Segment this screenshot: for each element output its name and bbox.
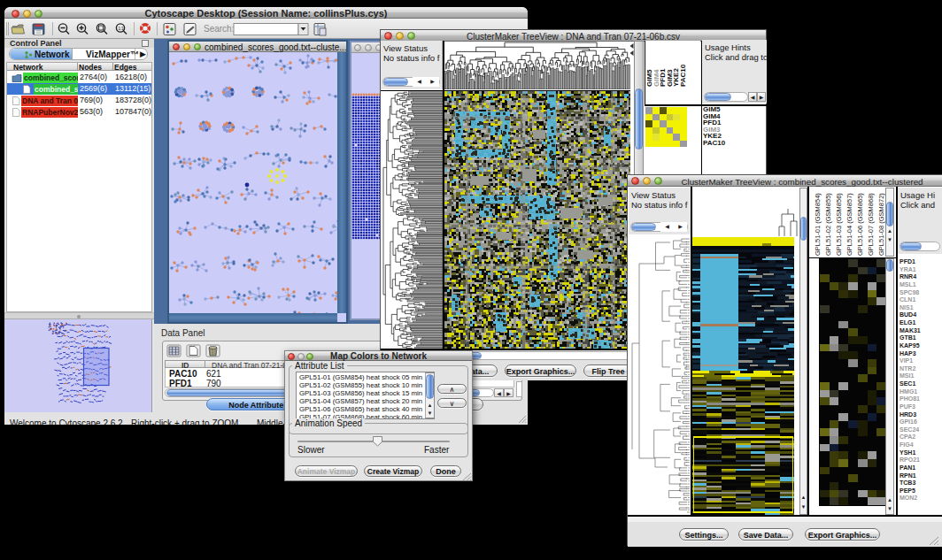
svg-text:GPL51-02 (GSM855): GPL51-02 (GSM855) xyxy=(824,193,832,256)
svg-text:1:1: 1:1 xyxy=(119,27,125,31)
svg-text:Search:: Search: xyxy=(204,24,234,34)
svg-text:GPL51-03 (GSM856): GPL51-03 (GSM856) xyxy=(835,193,843,256)
svg-text:GPL51-01 (GSM854): GPL51-01 (GSM854) xyxy=(814,193,822,256)
svg-text:GPL51-07 (GSM868): GPL51-07 (GSM868) xyxy=(867,193,875,256)
svg-text:GPL51-04 (GSM857): GPL51-04 (GSM857) xyxy=(845,193,853,256)
svg-text:PAC10: PAC10 xyxy=(679,64,687,87)
svg-text:GPL51-08 (GSM872): GPL51-08 (GSM872) xyxy=(877,193,885,256)
svg-text:GPL51-06 (GSM865): GPL51-06 (GSM865) xyxy=(856,193,864,256)
